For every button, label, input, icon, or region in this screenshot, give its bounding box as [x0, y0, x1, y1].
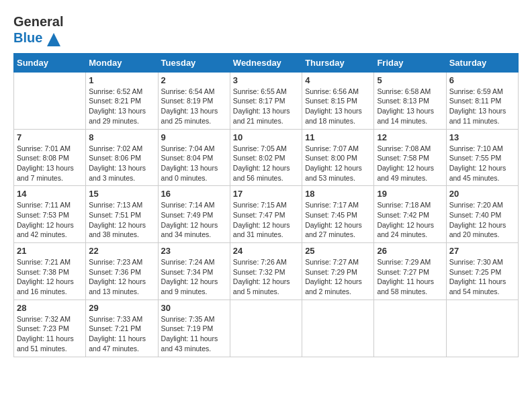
day-number: 6: [449, 75, 515, 85]
day-info: Sunrise: 7:27 AMSunset: 7:29 PMDaylight:…: [305, 257, 371, 297]
calendar-cell: 26Sunrise: 7:29 AMSunset: 7:27 PMDayligh…: [374, 243, 446, 300]
day-number: 25: [305, 246, 371, 256]
day-number: 14: [17, 189, 83, 199]
day-info: Sunrise: 7:02 AMSunset: 8:06 PMDaylight:…: [89, 144, 154, 183]
week-row-2: 7Sunrise: 7:01 AMSunset: 8:08 PMDaylight…: [14, 129, 519, 186]
weekday-header-thursday: Thursday: [302, 53, 374, 72]
calendar-cell: [446, 300, 518, 357]
weekday-header-wednesday: Wednesday: [230, 53, 302, 72]
day-info: Sunrise: 7:35 AMSunset: 7:19 PMDaylight:…: [161, 314, 227, 354]
day-info: Sunrise: 6:58 AMSunset: 8:13 PMDaylight:…: [377, 87, 443, 126]
day-number: 17: [233, 189, 299, 199]
day-number: 15: [89, 189, 154, 199]
calendar-cell: 9Sunrise: 7:04 AMSunset: 8:04 PMDaylight…: [158, 129, 230, 186]
day-info: Sunrise: 7:33 AMSunset: 7:21 PMDaylight:…: [89, 314, 154, 354]
calendar-cell: 22Sunrise: 7:23 AMSunset: 7:36 PMDayligh…: [86, 243, 158, 300]
day-number: 11: [305, 132, 371, 142]
day-number: 3: [233, 75, 299, 85]
calendar-cell: 19Sunrise: 7:18 AMSunset: 7:42 PMDayligh…: [374, 186, 446, 243]
weekday-header-friday: Friday: [374, 53, 446, 72]
week-row-1: 1Sunrise: 6:52 AMSunset: 8:21 PMDaylight…: [14, 72, 519, 129]
weekday-header-saturday: Saturday: [446, 53, 518, 72]
calendar-cell: 13Sunrise: 7:10 AMSunset: 7:55 PMDayligh…: [446, 129, 518, 186]
day-info: Sunrise: 7:14 AMSunset: 7:49 PMDaylight:…: [161, 200, 227, 240]
calendar-cell: [230, 300, 302, 357]
day-info: Sunrise: 7:11 AMSunset: 7:53 PMDaylight:…: [17, 200, 83, 240]
day-info: Sunrise: 7:18 AMSunset: 7:42 PMDaylight:…: [377, 200, 443, 240]
day-info: Sunrise: 7:26 AMSunset: 7:32 PMDaylight:…: [233, 257, 299, 297]
calendar-cell: 3Sunrise: 6:55 AMSunset: 8:17 PMDaylight…: [230, 72, 302, 129]
day-number: 21: [17, 246, 83, 256]
day-info: Sunrise: 7:15 AMSunset: 7:47 PMDaylight:…: [233, 200, 299, 240]
calendar-cell: 8Sunrise: 7:02 AMSunset: 8:06 PMDaylight…: [86, 129, 158, 186]
calendar-cell: 21Sunrise: 7:21 AMSunset: 7:38 PMDayligh…: [14, 243, 86, 300]
calendar-cell: 11Sunrise: 7:07 AMSunset: 8:00 PMDayligh…: [302, 129, 374, 186]
day-info: Sunrise: 7:04 AMSunset: 8:04 PMDaylight:…: [161, 144, 227, 183]
day-info: Sunrise: 6:55 AMSunset: 8:17 PMDaylight:…: [233, 87, 299, 126]
day-info: Sunrise: 7:30 AMSunset: 7:25 PMDaylight:…: [449, 257, 515, 297]
weekday-header-tuesday: Tuesday: [158, 53, 230, 72]
calendar-cell: 29Sunrise: 7:33 AMSunset: 7:21 PMDayligh…: [86, 300, 158, 357]
day-number: 19: [377, 189, 443, 199]
calendar-cell: 25Sunrise: 7:27 AMSunset: 7:29 PMDayligh…: [302, 243, 374, 300]
day-info: Sunrise: 7:20 AMSunset: 7:40 PMDaylight:…: [449, 200, 515, 240]
day-info: Sunrise: 7:13 AMSunset: 7:51 PMDaylight:…: [89, 200, 154, 240]
day-number: 22: [89, 246, 154, 256]
day-number: 4: [305, 75, 371, 85]
day-number: 29: [89, 303, 154, 313]
day-info: Sunrise: 7:01 AMSunset: 8:08 PMDaylight:…: [17, 144, 83, 183]
day-number: 18: [305, 189, 371, 199]
svg-marker-0: [47, 33, 60, 46]
calendar-cell: 14Sunrise: 7:11 AMSunset: 7:53 PMDayligh…: [14, 186, 86, 243]
day-info: Sunrise: 6:59 AMSunset: 8:11 PMDaylight:…: [449, 87, 515, 126]
day-number: 26: [377, 246, 443, 256]
day-number: 16: [161, 189, 227, 199]
calendar-table: SundayMondayTuesdayWednesdayThursdayFrid…: [13, 53, 519, 357]
calendar-cell: 2Sunrise: 6:54 AMSunset: 8:19 PMDaylight…: [158, 72, 230, 129]
week-row-3: 14Sunrise: 7:11 AMSunset: 7:53 PMDayligh…: [14, 186, 519, 243]
logo-triangle-icon: [47, 33, 60, 46]
day-number: 1: [89, 75, 154, 85]
day-info: Sunrise: 7:07 AMSunset: 8:00 PMDaylight:…: [305, 144, 371, 183]
day-number: 20: [449, 189, 515, 199]
weekday-header-monday: Monday: [86, 53, 158, 72]
calendar-cell: 15Sunrise: 7:13 AMSunset: 7:51 PMDayligh…: [86, 186, 158, 243]
week-row-4: 21Sunrise: 7:21 AMSunset: 7:38 PMDayligh…: [14, 243, 519, 300]
calendar-cell: 4Sunrise: 6:56 AMSunset: 8:15 PMDaylight…: [302, 72, 374, 129]
calendar-cell: [302, 300, 374, 357]
calendar-cell: 27Sunrise: 7:30 AMSunset: 7:25 PMDayligh…: [446, 243, 518, 300]
calendar-cell: 23Sunrise: 7:24 AMSunset: 7:34 PMDayligh…: [158, 243, 230, 300]
day-info: Sunrise: 7:24 AMSunset: 7:34 PMDaylight:…: [161, 257, 227, 297]
day-info: Sunrise: 6:52 AMSunset: 8:21 PMDaylight:…: [89, 87, 154, 126]
day-info: Sunrise: 7:17 AMSunset: 7:45 PMDaylight:…: [305, 200, 371, 240]
calendar-cell: 18Sunrise: 7:17 AMSunset: 7:45 PMDayligh…: [302, 186, 374, 243]
day-number: 9: [161, 132, 227, 142]
day-info: Sunrise: 7:29 AMSunset: 7:27 PMDaylight:…: [377, 257, 443, 297]
calendar-cell: 10Sunrise: 7:05 AMSunset: 8:02 PMDayligh…: [230, 129, 302, 186]
calendar-cell: [374, 300, 446, 357]
calendar-cell: 1Sunrise: 6:52 AMSunset: 8:21 PMDaylight…: [86, 72, 158, 129]
day-number: 27: [449, 246, 515, 256]
day-number: 23: [161, 246, 227, 256]
calendar-cell: 7Sunrise: 7:01 AMSunset: 8:08 PMDaylight…: [14, 129, 86, 186]
calendar-cell: 30Sunrise: 7:35 AMSunset: 7:19 PMDayligh…: [158, 300, 230, 357]
day-number: 13: [449, 132, 515, 142]
day-info: Sunrise: 6:56 AMSunset: 8:15 PMDaylight:…: [305, 87, 371, 126]
calendar-cell: 17Sunrise: 7:15 AMSunset: 7:47 PMDayligh…: [230, 186, 302, 243]
logo: General Blue: [13, 13, 63, 46]
day-info: Sunrise: 7:08 AMSunset: 7:58 PMDaylight:…: [377, 144, 443, 183]
day-info: Sunrise: 7:05 AMSunset: 8:02 PMDaylight:…: [233, 144, 299, 183]
calendar-cell: 6Sunrise: 6:59 AMSunset: 8:11 PMDaylight…: [446, 72, 518, 129]
day-info: Sunrise: 6:54 AMSunset: 8:19 PMDaylight:…: [161, 87, 227, 126]
page-header: General Blue: [13, 13, 519, 46]
week-row-5: 28Sunrise: 7:32 AMSunset: 7:23 PMDayligh…: [14, 300, 519, 357]
day-number: 7: [17, 132, 83, 142]
day-info: Sunrise: 7:32 AMSunset: 7:23 PMDaylight:…: [17, 314, 83, 354]
calendar-cell: [14, 72, 86, 129]
day-number: 10: [233, 132, 299, 142]
calendar-cell: 16Sunrise: 7:14 AMSunset: 7:49 PMDayligh…: [158, 186, 230, 243]
day-number: 12: [377, 132, 443, 142]
calendar-cell: 20Sunrise: 7:20 AMSunset: 7:40 PMDayligh…: [446, 186, 518, 243]
day-number: 5: [377, 75, 443, 85]
calendar-cell: 24Sunrise: 7:26 AMSunset: 7:32 PMDayligh…: [230, 243, 302, 300]
